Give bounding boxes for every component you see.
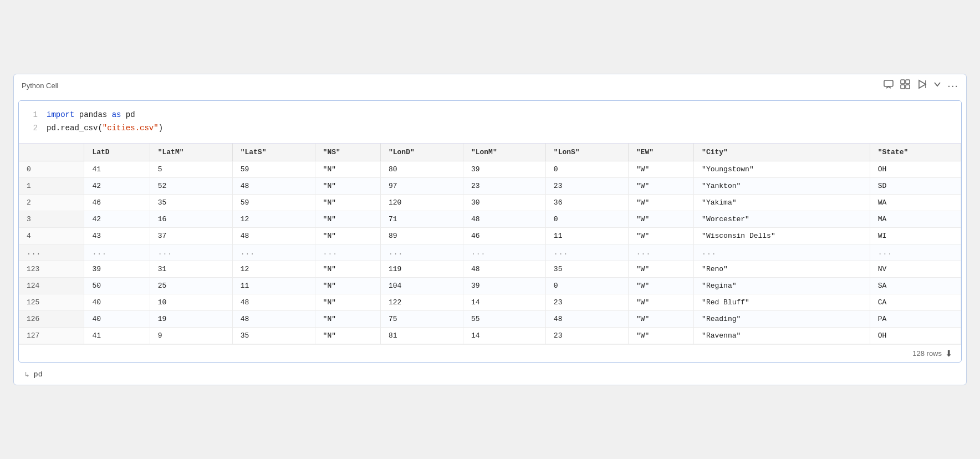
cell-value: ... bbox=[545, 244, 628, 261]
cell-value: 5 bbox=[150, 161, 232, 177]
cell-body: 1 import pandas as pd 2 pd.read_csv("cit… bbox=[18, 100, 962, 363]
more-options-icon[interactable]: ··· bbox=[947, 79, 958, 92]
cell-value: "W" bbox=[628, 194, 693, 211]
col-index bbox=[19, 144, 84, 161]
cell-value: 75 bbox=[380, 310, 463, 327]
cell-value: 35 bbox=[150, 194, 232, 211]
svg-rect-0 bbox=[884, 80, 893, 86]
cell-value: 97 bbox=[380, 177, 463, 194]
cell-value: 48 bbox=[463, 211, 545, 227]
layout-icon[interactable] bbox=[900, 79, 911, 93]
cell-value: 42 bbox=[84, 177, 150, 194]
cell-value: 23 bbox=[545, 177, 628, 194]
cell-value: 11 bbox=[232, 277, 315, 294]
cell-value: "N" bbox=[315, 194, 380, 211]
row-index: 4 bbox=[19, 227, 84, 244]
cell-value: 59 bbox=[232, 161, 315, 177]
cell-value: 12 bbox=[232, 261, 315, 277]
svg-rect-3 bbox=[901, 85, 905, 89]
cell-value: 46 bbox=[84, 194, 150, 211]
cell-value: "W" bbox=[628, 161, 693, 177]
line-number-1: 1 bbox=[30, 109, 38, 122]
cell-value: "Wisconsin Dells" bbox=[694, 227, 870, 244]
cell-value: "Yankton" bbox=[694, 177, 870, 194]
cell-header: Python Cell bbox=[14, 74, 966, 97]
cell-value: OH bbox=[870, 161, 961, 177]
table-row: 125401048"N"1221423"W""Red Bluff"CA bbox=[19, 294, 961, 310]
cell-value: ... bbox=[380, 244, 463, 261]
keyword-as: as bbox=[112, 110, 121, 119]
output-value: pd bbox=[34, 370, 43, 379]
cell-value: 48 bbox=[545, 310, 628, 327]
cell-value: MA bbox=[870, 211, 961, 227]
cell-value: 120 bbox=[380, 194, 463, 211]
cell-value: ... bbox=[315, 244, 380, 261]
table-row: 3421612"N"71480"W""Worcester"MA bbox=[19, 211, 961, 227]
cell-value: 14 bbox=[463, 327, 545, 344]
col-city: "City" bbox=[694, 144, 870, 161]
cell-value: 40 bbox=[84, 294, 150, 310]
cell-value: 48 bbox=[232, 227, 315, 244]
output-arrow: ↳ bbox=[25, 370, 29, 379]
row-index: ... bbox=[19, 244, 84, 261]
cell-value: "W" bbox=[628, 261, 693, 277]
cell-value: ... bbox=[694, 244, 870, 261]
run-icon[interactable] bbox=[916, 79, 927, 93]
cell-value: 11 bbox=[545, 227, 628, 244]
cell-value: 40 bbox=[84, 310, 150, 327]
cell-value: 0 bbox=[545, 161, 628, 177]
col-lats: "LatS" bbox=[232, 144, 315, 161]
cell-value: ... bbox=[84, 244, 150, 261]
cell-value: 39 bbox=[84, 261, 150, 277]
col-latm: "LatM" bbox=[150, 144, 232, 161]
cell-value: 31 bbox=[150, 261, 232, 277]
table-row: 041559"N"80390"W""Youngstown"OH bbox=[19, 161, 961, 177]
comment-icon[interactable] bbox=[883, 79, 894, 93]
cell-value: 50 bbox=[84, 277, 150, 294]
cell-value: WI bbox=[870, 227, 961, 244]
cell-value: 37 bbox=[150, 227, 232, 244]
cell-value: "N" bbox=[315, 227, 380, 244]
svg-rect-1 bbox=[901, 80, 905, 84]
row-index: 2 bbox=[19, 194, 84, 211]
col-lond: "LonD" bbox=[380, 144, 463, 161]
cell-value: "Reading" bbox=[694, 310, 870, 327]
cell-value: SD bbox=[870, 177, 961, 194]
chevron-down-icon[interactable] bbox=[933, 80, 942, 91]
cell-value: 48 bbox=[463, 261, 545, 277]
cell-value: 10 bbox=[150, 294, 232, 310]
dataframe-table: LatD "LatM" "LatS" "NS" "LonD" "LonM" "L… bbox=[19, 144, 961, 344]
cell-toolbar: ··· bbox=[883, 79, 958, 93]
cell-value: 48 bbox=[232, 294, 315, 310]
cell-value: 104 bbox=[380, 277, 463, 294]
table-row: 126401948"N"755548"W""Reading"PA bbox=[19, 310, 961, 327]
cell-value: "W" bbox=[628, 277, 693, 294]
code-content-1: import pandas as pd bbox=[47, 109, 135, 122]
cell-value: "W" bbox=[628, 327, 693, 344]
row-index: 127 bbox=[19, 327, 84, 344]
cell-value: CA bbox=[870, 294, 961, 310]
cell-value: "N" bbox=[315, 261, 380, 277]
row-index: 123 bbox=[19, 261, 84, 277]
cell-value: 119 bbox=[380, 261, 463, 277]
col-state: "State" bbox=[870, 144, 961, 161]
col-latd: LatD bbox=[84, 144, 150, 161]
download-icon[interactable]: ⬇ bbox=[945, 348, 952, 359]
col-ns: "NS" bbox=[315, 144, 380, 161]
cell-value: 39 bbox=[463, 161, 545, 177]
svg-marker-5 bbox=[919, 80, 926, 88]
cell-value: "Worcester" bbox=[694, 211, 870, 227]
table-row: 2463559"N"1203036"W""Yakima"WA bbox=[19, 194, 961, 211]
cell-value: ... bbox=[150, 244, 232, 261]
cell-title: Python Cell bbox=[22, 81, 58, 90]
cell-value: 0 bbox=[545, 211, 628, 227]
cell-value: NV bbox=[870, 261, 961, 277]
cell-value: 46 bbox=[463, 227, 545, 244]
cell-value: ... bbox=[870, 244, 961, 261]
row-index: 126 bbox=[19, 310, 84, 327]
cell-value: 59 bbox=[232, 194, 315, 211]
cell-value: "W" bbox=[628, 227, 693, 244]
cell-value: ... bbox=[628, 244, 693, 261]
table-row: 124502511"N"104390"W""Regina"SA bbox=[19, 277, 961, 294]
cell-value: "W" bbox=[628, 211, 693, 227]
